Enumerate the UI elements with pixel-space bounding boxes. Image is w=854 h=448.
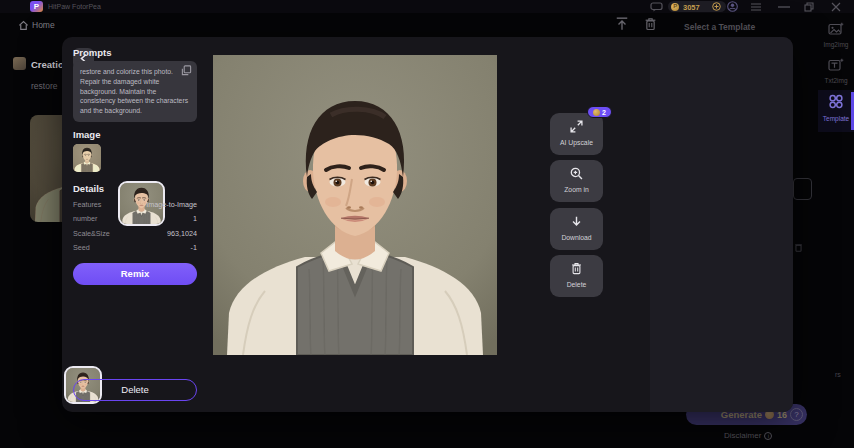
source-image-thumbnail[interactable] (73, 144, 101, 172)
ai-upscale-button[interactable]: 2 AI Upscale (550, 113, 603, 155)
minimize-icon[interactable] (778, 6, 790, 8)
sidebar-label-txt2img: Txt2img (818, 77, 854, 84)
nav-home[interactable]: Home (32, 20, 55, 30)
details-panel (650, 37, 793, 412)
help-icon[interactable]: ? (790, 408, 803, 421)
app-title: HitPaw FotorPea (48, 3, 101, 10)
prompt-box[interactable]: restore and colorize this photo. Repair … (73, 61, 197, 122)
image-heading: Image (73, 129, 100, 140)
upscale-cost: 2 (602, 109, 606, 116)
delete-button[interactable]: Delete (550, 255, 603, 297)
detail-value: 963,1024 (167, 229, 197, 238)
preview-image (213, 55, 497, 355)
user-avatar-icon[interactable] (727, 1, 738, 12)
creations-subtitle: restore (31, 81, 57, 91)
credits-pill[interactable]: P 3057 (668, 1, 726, 12)
disclaimer-label: Disclaimer (724, 431, 761, 440)
credits-count: 3057 (683, 3, 700, 12)
sidebar-item-template[interactable]: Template (818, 94, 854, 122)
app-logo-icon: P (30, 1, 43, 12)
delete-label: Delete (550, 281, 603, 288)
titlebar: P HitPaw FotorPea P 3057 (0, 0, 854, 13)
zoom-in-button[interactable]: Zoom in (550, 160, 603, 202)
detail-row-features: Features Image-to-Image (73, 197, 197, 212)
app-window: P HitPaw FotorPea P 3057 (0, 0, 854, 448)
upscale-icon (570, 120, 583, 133)
trash-icon[interactable] (644, 17, 657, 31)
detail-label: number (73, 214, 97, 223)
copy-icon[interactable] (181, 65, 192, 76)
sidebar-item-txt2img[interactable]: Txt2img (818, 57, 854, 84)
download-label: Download (550, 234, 603, 241)
download-icon (570, 215, 583, 228)
detail-row-number: number 1 (73, 212, 197, 227)
background-text-fragment: rs (835, 371, 841, 378)
creations-thumbnail-icon (13, 57, 26, 70)
detail-value: Image-to-Image (146, 200, 197, 209)
remix-button[interactable]: Remix (73, 263, 197, 285)
sidebar-label-img2img: Img2img (818, 41, 854, 48)
sidebar-item-img2img[interactable]: Img2img (818, 21, 854, 48)
coin-icon (593, 109, 600, 116)
disclaimer-link[interactable]: Disclaimer i (724, 431, 772, 440)
ai-upscale-label: AI Upscale (550, 139, 603, 146)
home-icon[interactable] (18, 20, 29, 31)
prompt-text: restore and colorize this photo. Repair … (80, 67, 189, 116)
close-icon[interactable] (831, 2, 841, 12)
background-trash-icon (794, 242, 803, 253)
detail-label: Scale&Size (73, 229, 110, 238)
txt2img-icon (828, 58, 844, 71)
add-credits-icon[interactable] (712, 2, 721, 11)
details-heading: Details (73, 183, 104, 194)
chat-icon[interactable] (650, 2, 663, 12)
delete-icon (570, 262, 583, 275)
detail-label: Seed (73, 243, 90, 252)
img2img-icon (828, 22, 844, 35)
page-title: Select a Template (684, 22, 755, 32)
detail-row-seed: Seed -1 (73, 241, 197, 256)
zoom-in-label: Zoom in (550, 186, 603, 193)
panel-delete-button[interactable]: Delete (73, 379, 197, 401)
detail-value: -1 (191, 243, 197, 252)
detail-value: 1 (193, 214, 197, 223)
upload-icon[interactable] (615, 17, 629, 31)
detail-label: Features (73, 200, 101, 209)
creation-card-thumbnail[interactable] (30, 115, 63, 222)
zoom-in-icon (570, 167, 583, 180)
info-icon: i (764, 432, 772, 440)
template-icon (828, 94, 844, 109)
upscale-cost-badge: 2 (587, 106, 612, 118)
restore-window-icon[interactable] (804, 2, 814, 12)
download-button[interactable]: Download (550, 208, 603, 250)
prompts-heading: Prompts (73, 47, 112, 58)
menu-icon[interactable] (750, 3, 762, 11)
sidebar-label-template: Template (818, 115, 854, 122)
background-template-card (793, 178, 812, 200)
detail-row-scale-size: Scale&Size 963,1024 (73, 226, 197, 241)
preview-modal: 2 AI Upscale Zoom in Download (62, 37, 793, 412)
coin-icon: P (673, 3, 677, 9)
